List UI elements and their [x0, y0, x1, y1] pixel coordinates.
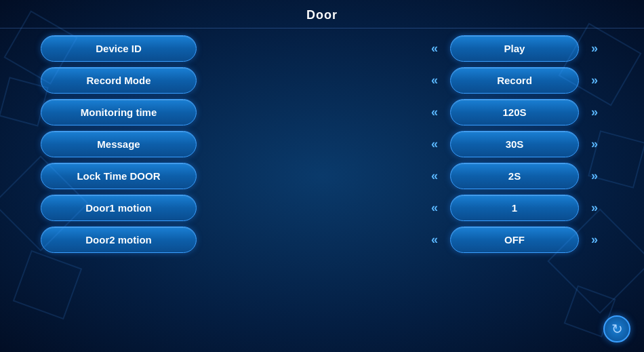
- arrow-left-lock-time-door[interactable]: «: [426, 165, 443, 187]
- controls-monitoring-time: « 120S »: [426, 99, 603, 125]
- arrow-right-monitoring-time[interactable]: »: [586, 102, 603, 123]
- row-message: Message « 30S »: [41, 131, 603, 157]
- row-door1-motion: Door1 motion « 1 »: [41, 195, 603, 221]
- arrow-left-device-id[interactable]: «: [426, 38, 443, 59]
- row-device-id: Device ID « Play »: [41, 35, 603, 62]
- arrow-left-message[interactable]: «: [426, 134, 443, 155]
- controls-message: « 30S »: [426, 131, 603, 157]
- controls-lock-time-door: « 2S »: [426, 163, 603, 189]
- page-title: Door: [0, 0, 644, 28]
- row-monitoring-time: Monitoring time « 120S »: [41, 99, 603, 125]
- label-btn-door2-motion[interactable]: Door2 motion: [41, 227, 197, 253]
- arrow-left-monitoring-time[interactable]: «: [426, 102, 443, 123]
- value-btn-record-mode[interactable]: Record: [450, 67, 579, 94]
- content-area: Device ID « Play » Record Mode « Record …: [0, 35, 644, 253]
- value-btn-device-id[interactable]: Play: [450, 35, 579, 62]
- label-btn-record-mode[interactable]: Record Mode: [41, 67, 197, 94]
- row-lock-time-door: Lock Time DOOR « 2S »: [41, 163, 603, 189]
- value-btn-lock-time-door[interactable]: 2S: [450, 163, 579, 189]
- arrow-left-door1-motion[interactable]: «: [426, 197, 443, 218]
- value-btn-monitoring-time[interactable]: 120S: [450, 99, 579, 125]
- refresh-icon: ↻: [611, 321, 623, 337]
- arrow-left-door2-motion[interactable]: «: [426, 229, 443, 250]
- label-btn-monitoring-time[interactable]: Monitoring time: [41, 99, 197, 125]
- value-btn-door1-motion[interactable]: 1: [450, 195, 579, 221]
- title-divider: [0, 28, 644, 28]
- value-btn-message[interactable]: 30S: [450, 131, 579, 157]
- arrow-left-record-mode[interactable]: «: [426, 70, 443, 91]
- row-door2-motion: Door2 motion « OFF »: [41, 227, 603, 253]
- label-btn-message[interactable]: Message: [41, 131, 197, 157]
- refresh-button[interactable]: ↻: [603, 315, 630, 343]
- row-record-mode: Record Mode « Record »: [41, 67, 603, 94]
- controls-door1-motion: « 1 »: [426, 195, 603, 221]
- deco-hex-4: [13, 250, 83, 320]
